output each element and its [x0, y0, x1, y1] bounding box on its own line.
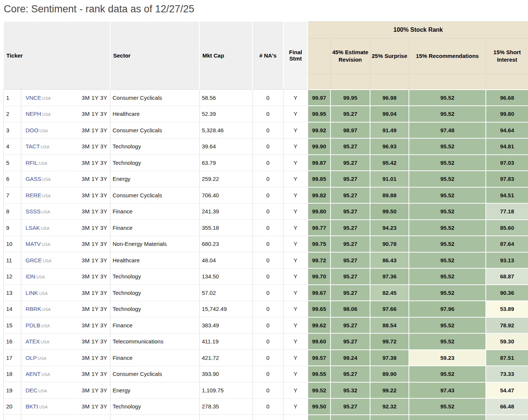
timeframe-links[interactable]: 3M 1Y 3Y [82, 338, 108, 345]
timeframe-links[interactable]: 3M 1Y 3Y [82, 290, 108, 296]
final-stmt-cell: Y [283, 203, 308, 220]
ticker-link[interactable]: DOO:USA [26, 127, 48, 133]
ticker-link[interactable]: DEC:USA [26, 387, 47, 393]
timeframe-links[interactable]: 3M 1Y 3Y [82, 143, 108, 149]
rank-cell-short-interest: 53.89 [486, 301, 528, 317]
na-count-cell: 0 [252, 366, 283, 382]
na-count-cell: 0 [252, 301, 283, 317]
col-group-stock-rank: 100% Stock Rank [308, 22, 528, 38]
timeframe-links[interactable]: 3M 1Y 3Y [82, 306, 108, 312]
table-row: 8SSSS:USA3M 1Y 3YFinance241.390Y99.8095.… [3, 203, 528, 220]
rank-cell-recommendations: 95.52 [409, 285, 486, 301]
row-rank-number: 6 [3, 171, 21, 187]
row-rank-number: 1 [3, 90, 21, 106]
timeframe-links[interactable]: 3M 1Y 3Y [82, 371, 108, 377]
timeframe-links[interactable]: 3M 1Y 3Y [82, 403, 108, 410]
ticker-link[interactable]: GASS:USA [26, 176, 51, 182]
na-count-cell: 0 [252, 268, 283, 285]
mkt-cap-cell: 52.39 [199, 106, 252, 122]
rank-cell-surprise: 86.43 [370, 252, 409, 269]
table-row: 18AENT:USA3M 1Y 3YConsumer Cyclicals393.… [3, 366, 528, 382]
timeframe-links[interactable]: 3M 1Y 3Y [82, 176, 108, 182]
rank-cell-recommendations: 95.52 [409, 366, 486, 382]
ticker-link[interactable]: RFIL:USA [26, 160, 47, 166]
ticker-link[interactable]: AENT:USA [26, 371, 50, 377]
timeframe-links[interactable]: 3M 1Y 3Y [82, 257, 108, 263]
na-count-cell: 0 [252, 317, 283, 334]
timeframe-links[interactable]: 3M 1Y 3Y [82, 111, 108, 117]
row-rank-number: 5 [3, 155, 21, 171]
rank-cell-surprise: 96.98 [370, 90, 409, 106]
sector-cell: Telecommunications [110, 333, 199, 350]
timeframe-links[interactable]: 3M 1Y 3Y [82, 273, 108, 280]
rank-cell-recommendations: 59.23 [409, 350, 486, 366]
timeframe-links[interactable]: 3M 1Y 3Y [82, 241, 108, 247]
rank-cell-surprise: 99.04 [370, 106, 409, 122]
ticker-link[interactable]: LSAK:USA [26, 225, 50, 231]
mkt-cap-cell: 58.56 [199, 90, 252, 106]
ticker-link[interactable]: BKTI:USA [26, 403, 48, 410]
ticker-country-suffix: :USA [41, 112, 51, 117]
timeframe-links[interactable]: 3M 1Y 3Y [82, 127, 108, 133]
row-rank-number: 17 [3, 350, 21, 366]
ticker-link[interactable]: RERE:USA [26, 192, 51, 198]
table-row: 4TACT:USA3M 1Y 3YTechnology39.640Y99.909… [3, 138, 528, 155]
mkt-cap-cell: 48.04 [199, 252, 252, 269]
row-rank-number: 3 [3, 122, 21, 139]
ticker-link[interactable]: GRCE:USA [26, 257, 52, 263]
rank-cell-short-interest: 73.33 [486, 366, 528, 382]
rank-cell-short-interest: 99.80 [486, 106, 528, 122]
rank-cell-short-interest: 66.48 [486, 398, 528, 415]
final-stmt-cell: Y [283, 90, 308, 106]
rank-cell-surprise: 92.32 [370, 398, 409, 415]
ticker-cell: MATV:USA3M 1Y 3Y [21, 236, 110, 252]
na-count-cell: 0 [252, 187, 283, 204]
table-row: 2NEPH:USA3M 1Y 3YHealthcare52.390Y99.959… [3, 106, 528, 122]
rank-cell-estimate-revision: 95.27 [330, 187, 370, 204]
rank-cell-estimate-revision: 99.95 [330, 90, 370, 106]
ticker-country-suffix: :USA [35, 275, 45, 279]
ticker-link[interactable]: NEPH:USA [26, 111, 51, 117]
mkt-cap-cell: 411.19 [199, 333, 252, 350]
rank-cell-recommendations: 95.52 [409, 155, 486, 171]
ticker-country-suffix: :USA [37, 356, 47, 361]
rank-cell-surprise: 99.22 [370, 382, 409, 399]
ticker-link[interactable]: SSSS:USA [26, 208, 50, 214]
ticker-link[interactable]: PDLB:USA [26, 322, 50, 328]
timeframe-links[interactable]: 3M 1Y 3Y [82, 355, 108, 361]
ticker-cell: LINK:USA3M 1Y 3Y [21, 285, 110, 301]
timeframe-links[interactable]: 3M 1Y 3Y [82, 225, 108, 231]
ticker-link[interactable]: IDN:USA [26, 273, 45, 280]
ticker-link[interactable]: TACT:USA [26, 143, 50, 149]
rank-cell-short-interest: 97.83 [486, 171, 528, 187]
ticker-cell: GASS:USA3M 1Y 3Y [21, 171, 110, 187]
final-stmt-cell: Y [283, 301, 308, 317]
na-count-cell: 0 [252, 155, 283, 171]
ticker-cell: RERE:USA3M 1Y 3Y [21, 187, 110, 204]
ticker-link[interactable]: VNCE:USA [26, 95, 51, 101]
rank-cell-short-interest: 90.36 [486, 285, 528, 301]
ticker-link[interactable]: RBRK:USA [26, 306, 51, 312]
mkt-cap-cell: 421.72 [199, 350, 252, 366]
col-header-recommendations: 15% Recommendations [409, 38, 486, 74]
rank-cell-stock-rank: 99.72 [308, 252, 330, 269]
rank-cell-recommendations: 95.52 [409, 90, 486, 106]
rank-cell-estimate-revision: 98.97 [330, 122, 370, 139]
final-stmt-cell: Y [283, 317, 308, 334]
sector-cell: Finance [110, 220, 199, 236]
timeframe-links[interactable]: 3M 1Y 3Y [82, 208, 108, 214]
ticker-link[interactable]: LINK:USA [26, 290, 48, 296]
timeframe-links[interactable]: 3M 1Y 3Y [82, 160, 108, 166]
timeframe-links[interactable]: 3M 1Y 3Y [82, 192, 108, 198]
rank-cell-stock-rank: 99.82 [308, 187, 330, 204]
ticker-link[interactable]: OLP:USA [26, 355, 47, 361]
timeframe-links[interactable]: 3M 1Y 3Y [82, 387, 108, 393]
rank-cell-stock-rank: 99.57 [308, 350, 330, 366]
timeframe-links[interactable]: 3M 1Y 3Y [82, 322, 108, 328]
row-rank-number: 4 [3, 138, 21, 155]
timeframe-links[interactable]: 3M 1Y 3Y [82, 95, 108, 101]
ticker-link[interactable]: ATEX:USA [26, 338, 50, 345]
ticker-link[interactable]: MATV:USA [26, 241, 50, 247]
table-row: 9LSAK:USA3M 1Y 3YFinance355.180Y99.7795.… [3, 220, 528, 236]
ticker-cell: VNCE:USA3M 1Y 3Y [21, 90, 110, 106]
